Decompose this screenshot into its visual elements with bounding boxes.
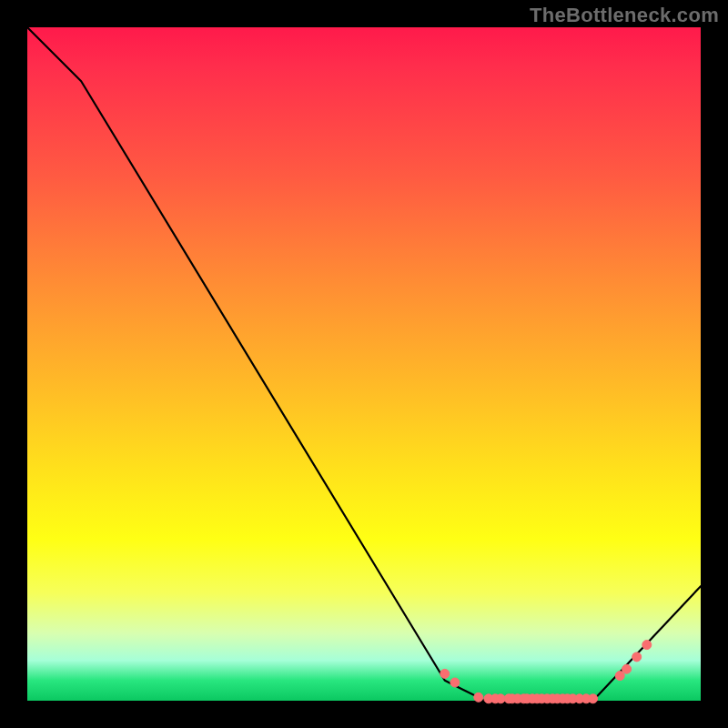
data-point [589, 694, 598, 703]
chart-frame: TheBottleneck.com [0, 0, 728, 728]
data-point [450, 678, 460, 687]
data-point [642, 641, 652, 650]
data-point [632, 652, 642, 662]
data-point [440, 669, 450, 678]
plot-gradient-area [27, 27, 701, 701]
data-point [474, 693, 483, 702]
data-point [622, 664, 632, 673]
bottleneck-curve-line [27, 27, 701, 701]
data-point [615, 672, 624, 681]
chart-svg [27, 27, 701, 701]
watermark-label: TheBottleneck.com [530, 4, 719, 27]
